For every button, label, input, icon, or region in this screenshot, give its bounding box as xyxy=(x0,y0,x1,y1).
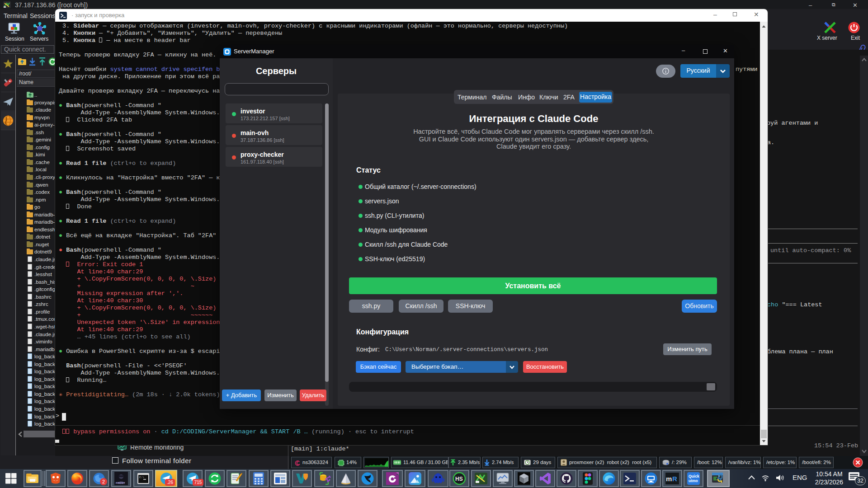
svg-text:Quick: Quick xyxy=(689,474,699,479)
svg-text:utmo: utmo xyxy=(689,479,698,483)
svg-text:C:\: C:\ xyxy=(139,476,144,479)
svg-text:m: m xyxy=(666,475,672,483)
svg-text:R: R xyxy=(672,475,677,483)
svg-text:HS: HS xyxy=(455,476,463,482)
